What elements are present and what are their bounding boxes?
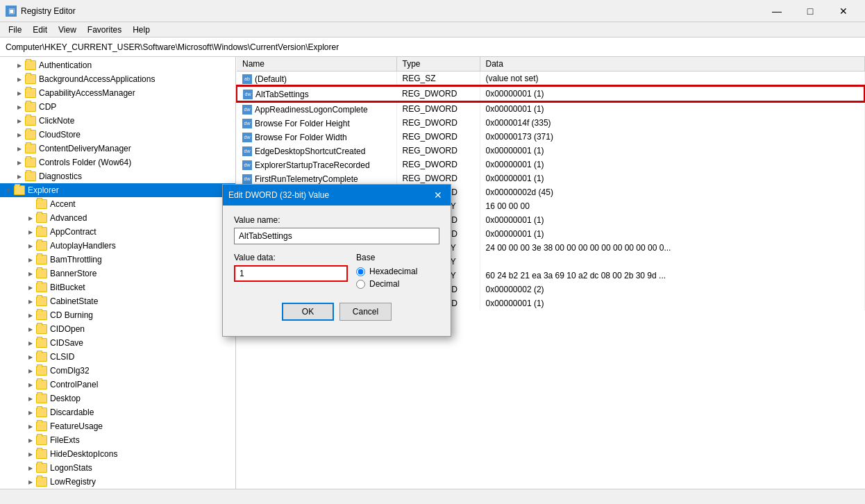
tree-item-contentdelivery[interactable]: ▶ ContentDeliveryManager [0,142,235,156]
table-row[interactable]: dw EdgeDesktopShortcutCreated REG_DWORD … [237,144,864,158]
expand-icon: ▶ [25,407,36,418]
tree-item-diagnostics[interactable]: ▶ Diagnostics [0,169,235,183]
expand-icon: ▼ [3,185,14,196]
tree-item-controlsfolder[interactable]: ▶ Controls Folder (Wow64) [0,156,235,169]
tree-item-bamthrottling[interactable]: ▶ BamThrottling [0,253,235,267]
ok-button[interactable]: OK [282,303,334,321]
tree-item-cdp[interactable]: ▶ CDP [0,100,235,114]
value-data-col: Value data: [234,253,348,290]
tree-item-fileexts[interactable]: ▶ FileExts [0,433,235,447]
expand-icon: ▶ [14,101,25,112]
table-row[interactable]: dw Browse For Folder Width REG_DWORD 0x0… [237,130,864,144]
value-name-input[interactable] [234,228,439,244]
expand-icon: ▶ [25,282,36,293]
expand-icon: ▶ [14,157,25,168]
tree-item-bitbucket[interactable]: ▶ BitBucket [0,280,235,294]
tree-item-cabinetstate[interactable]: ▶ CabinetState [0,294,235,308]
menu-file[interactable]: File [3,24,27,36]
tree-item-clsid[interactable]: ▶ CLSID [0,350,235,364]
expand-icon: ▶ [25,351,36,362]
cancel-button[interactable]: Cancel [339,303,392,321]
folder-icon [36,269,47,278]
maximize-button[interactable]: □ [794,0,826,22]
folder-icon [25,144,36,153]
expand-icon: ▶ [14,87,25,99]
expand-icon: ▶ [25,476,36,487]
radio-hexadecimal[interactable]: Hexadecimal [356,267,439,276]
radio-decimal[interactable]: Decimal [356,279,439,289]
expand-icon: ▶ [25,435,36,446]
value-name-label: Value name: [234,215,439,225]
tree-item-hidedesktopicons[interactable]: ▶ HideDesktopIcons [0,447,235,461]
value-data-input[interactable] [234,265,348,282]
tree-item-bannerstore[interactable]: ▶ BannerStore [0,267,235,280]
expand-icon: ▶ [25,226,36,237]
col-data[interactable]: Data [480,57,864,72]
tree-item-autoplayhandlers[interactable]: ▶ AutoplayHandlers [0,239,235,253]
tree-item-accent[interactable]: Accent [0,197,235,211]
tree-item-desktop[interactable]: ▶ Desktop [0,392,235,405]
tree-item-explorer[interactable]: ▼ Explorer [0,183,235,197]
expand-icon: ▶ [14,60,25,71]
tree-item-cidopen[interactable]: ▶ CIDOpen [0,322,235,336]
tree-item-featureusage[interactable]: ▶ FeatureUsage [0,419,235,433]
tree-item-appcontract[interactable]: ▶ AppContract [0,225,235,239]
table-row[interactable]: dw AppReadinessLogonComplete REG_DWORD 0… [237,101,864,116]
dialog-close-button[interactable]: ✕ [431,188,445,202]
tree-item-comdlg32[interactable]: ▶ ComDlg32 [0,364,235,378]
expand-icon: ▶ [25,379,36,390]
tree-item-cidsave[interactable]: ▶ CIDSave [0,336,235,350]
menu-favorites[interactable]: Favorites [82,24,127,36]
tree-item-cdburning[interactable]: ▶ CD Burning [0,308,235,322]
expand-icon: ▶ [25,310,36,321]
col-type[interactable]: Type [396,57,480,72]
folder-icon [36,477,47,487]
menu-view[interactable]: View [53,24,82,36]
tree-item-clicknote[interactable]: ▶ ClickNote [0,114,235,128]
folder-icon [36,283,47,292]
table-row[interactable]: dw ExplorerStartupTraceRecorded REG_DWOR… [237,158,864,171]
reg-icon: dw [242,160,252,170]
menu-help[interactable]: Help [127,24,156,36]
table-row[interactable]: dw FirstRunTelemetryComplete REG_DWORD 0… [237,171,864,185]
base-label: Base [356,253,439,262]
tree-item-capabilityaccessmanager[interactable]: ▶ CapabilityAccessManager [0,86,235,100]
folder-icon [36,199,47,209]
reg-icon: dw [242,146,252,156]
tree-item-lowregistry[interactable]: ▶ LowRegistry [0,475,235,489]
expand-icon: ▶ [25,462,36,473]
folder-icon [25,74,36,84]
tree-panel[interactable]: ▶ Authentication ▶ BackgroundAccessAppli… [0,57,236,489]
minimize-button[interactable]: — [761,0,793,22]
col-name[interactable]: Name [237,57,396,72]
folder-icon [36,435,47,445]
tree-item-controlpanel[interactable]: ▶ ControlPanel [0,378,235,392]
expand-icon: ▶ [25,296,36,307]
menu-edit[interactable]: Edit [27,24,53,36]
tree-item-cloudstore[interactable]: ▶ CloudStore [0,128,235,142]
folder-icon [36,255,47,264]
table-row[interactable]: dw Browse For Folder Height REG_DWORD 0x… [237,116,864,130]
tree-item-advanced[interactable]: ▶ Advanced [0,211,235,225]
base-radio-group: Hexadecimal Decimal [356,267,439,289]
table-row[interactable]: ab (Default) REG_SZ (value not set) [237,72,864,87]
tree-item-authentication[interactable]: ▶ Authentication [0,58,235,72]
folder-icon [36,213,47,223]
expand-icon: ▶ [25,337,36,348]
value-data-label: Value data: [234,253,348,262]
tree-item-logonstats[interactable]: ▶ LogonStats [0,461,235,475]
expand-icon: ▶ [25,448,36,460]
dialog-title: Edit DWORD (32-bit) Value [228,190,431,200]
folder-icon [36,296,47,306]
table-row-alttabsettings[interactable]: dw AltTabSettings REG_DWORD 0x00000001 (… [237,86,864,101]
folder-icon [36,241,47,251]
tree-item-discardable[interactable]: ▶ Discardable [0,405,235,419]
expand-icon: ▶ [14,171,25,182]
tree-item-backgroundaccess[interactable]: ▶ BackgroundAccessApplications [0,72,235,86]
dialog-buttons: OK Cancel [234,297,439,329]
close-button[interactable]: ✕ [828,0,859,22]
folder-icon [36,324,47,334]
dialog-body: Value name: Value data: Base Hexadecimal… [223,205,451,336]
menu-bar: File Edit View Favorites Help [0,22,865,37]
folder-icon [25,158,36,167]
